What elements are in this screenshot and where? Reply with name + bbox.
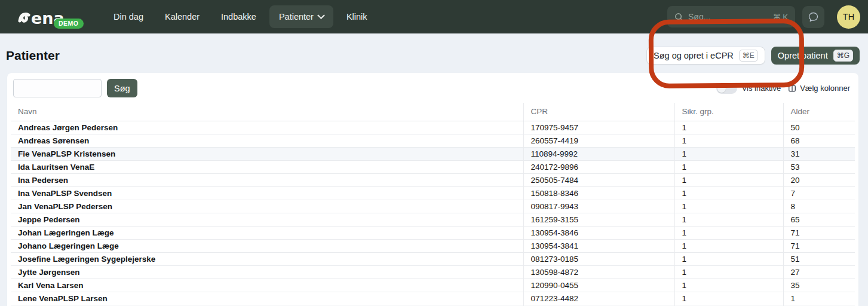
patient-sikr-grp-cell: 1 (674, 161, 783, 174)
filter-search-button[interactable]: Søg (107, 79, 137, 97)
patient-alder-cell: 27 (783, 266, 855, 279)
create-patient-button[interactable]: Opret patient ⌘G (771, 47, 860, 65)
choose-columns-label: Vælg kolonner (800, 84, 850, 93)
nav-item-klinik[interactable]: Klinik (338, 6, 376, 27)
global-search-placeholder: Søg... (688, 12, 710, 22)
patient-sikr-grp-cell: 1 (674, 134, 783, 148)
patient-alder-cell: 1 (783, 292, 855, 305)
patient-name-cell: Andreas Jørgen Pedersen (11, 121, 523, 134)
nav-item-patienter[interactable]: Patienter (269, 5, 333, 28)
patient-alder-cell: 65 (783, 213, 855, 227)
patient-sikr-grp-cell: 1 (674, 253, 783, 266)
patient-name-cell: Josefine Lægeringen Sygeplejerske (11, 253, 523, 266)
nav-item-din-dag[interactable]: Din dag (105, 6, 152, 27)
patient-sikr-grp-cell: 1 (674, 148, 783, 161)
show-inactive-label: Vis inaktive (742, 84, 781, 93)
table-row[interactable]: Fie VenaPLSP Kristensen 110894-9992 1 31 (11, 148, 855, 161)
create-patient-shortcut-badge: ⌘G (833, 50, 853, 62)
nav-item-kalender[interactable]: Kalender (157, 6, 208, 27)
table-row[interactable]: Jytte Jørgensen 130598-4872 1 27 (11, 266, 855, 279)
table-row[interactable]: Josefine Lægeringen Sygeplejerske 081273… (11, 253, 855, 266)
navbar-right: Søg... ⌘ K TH (667, 5, 860, 29)
table-row[interactable]: Andreas Jørgen Pedersen 170975-9457 1 50 (11, 121, 855, 134)
patient-sikr-grp-cell: 1 (674, 187, 783, 200)
toggle-knob (717, 84, 726, 93)
user-avatar[interactable]: TH (837, 5, 860, 29)
chevron-down-icon (317, 11, 325, 19)
columns-icon (788, 84, 796, 93)
patient-name-cell: Jeppe Pedersen (11, 213, 523, 227)
patient-cpr-cell: 150818-8346 (523, 187, 674, 200)
patient-cpr-cell: 110894-9992 (523, 148, 674, 161)
patient-cpr-cell: 170975-9457 (523, 121, 674, 134)
patient-sikr-grp-cell: 1 (674, 121, 783, 134)
global-search-shortcut: ⌘ K (773, 13, 788, 22)
choose-columns-button[interactable]: Vælg kolonner (788, 84, 852, 93)
vena-logo[interactable]: ena DEMO (17, 4, 79, 30)
patient-alder-cell: 68 (783, 134, 855, 148)
patient-alder-cell: 8 (783, 200, 855, 213)
nav-item-indbakke[interactable]: Indbakke (213, 6, 265, 27)
patient-name-cell: Johan Lægeringen Læge (11, 227, 523, 240)
chat-button[interactable] (802, 6, 824, 28)
patient-cpr-cell: 240172-9896 (523, 161, 674, 174)
header-actions: Søg og opret i eCPR ⌘E Opret patient ⌘G (646, 47, 860, 65)
patient-alder-cell: 31 (783, 148, 855, 161)
patient-alder-cell: 20 (783, 174, 855, 187)
table-row[interactable]: Ida Lauritsen VenaE 240172-9896 1 53 (11, 161, 855, 174)
patient-alder-cell: 71 (783, 240, 855, 253)
ecpr-search-create-button[interactable]: Søg og opret i eCPR ⌘E (646, 47, 765, 65)
patient-sikr-grp-cell: 1 (674, 213, 783, 227)
patient-list-card: Søg Vis inaktive Vælg kolonner Navn CPR (7, 73, 858, 306)
table-row[interactable]: Ina Pedersen 250505-7484 1 20 (11, 174, 855, 187)
toolbar-right: Vis inaktive Vælg kolonner (716, 83, 852, 94)
patient-cpr-cell: 130954-3841 (523, 240, 674, 253)
ecpr-shortcut-badge: ⌘E (739, 50, 758, 62)
patient-cpr-cell: 260557-4419 (523, 134, 674, 148)
table-row[interactable]: Lene VenaPLSP Larsen 071223-4482 1 1 (11, 292, 855, 305)
column-header-sikr-grp[interactable]: Sikr. grp. (674, 103, 783, 121)
search-icon (674, 13, 683, 22)
patient-sikr-grp-cell: 1 (674, 279, 783, 292)
patient-name-cell: Fie VenaPLSP Kristensen (11, 148, 523, 161)
top-navbar: ena DEMO Din dag Kalender Indbakke Patie… (0, 0, 868, 33)
patient-name-cell: Ina Pedersen (11, 174, 523, 187)
patient-cpr-cell: 250505-7484 (523, 174, 674, 187)
toggle-track-icon[interactable] (716, 83, 737, 94)
patient-sikr-grp-cell: 1 (674, 227, 783, 240)
list-toolbar: Søg Vis inaktive Vælg kolonner (7, 73, 858, 103)
table-row[interactable]: Johano Lægeringen Læge 130954-3841 1 71 (11, 240, 855, 253)
table-row[interactable]: Ina VenaPLSP Svendsen 150818-8346 1 7 (11, 187, 855, 200)
demo-badge: DEMO (54, 19, 84, 29)
chat-bubble-icon (807, 11, 820, 23)
global-search-input[interactable]: Søg... ⌘ K (667, 6, 795, 27)
column-header-cpr[interactable]: CPR (523, 103, 674, 121)
nav-items: Din dag Kalender Indbakke Patienter Klin… (105, 5, 376, 28)
patient-alder-cell: 35 (783, 279, 855, 292)
patient-filter-input[interactable] (13, 79, 102, 97)
patient-name-cell: Ina VenaPLSP Svendsen (11, 187, 523, 200)
table-row[interactable]: Johan Lægeringen Læge 130954-3846 1 71 (11, 227, 855, 240)
patient-cpr-cell: 161259-3155 (523, 213, 674, 227)
patient-alder-cell: 7 (783, 187, 855, 200)
patient-name-cell: Johano Lægeringen Læge (11, 240, 523, 253)
patient-cpr-cell: 081273-0185 (523, 253, 674, 266)
patient-name-cell: Karl Vena Larsen (11, 279, 523, 292)
table-row[interactable]: Jan VenaPLSP Pedersen 090817-9943 1 8 (11, 200, 855, 213)
patient-cpr-cell: 130598-4872 (523, 266, 674, 279)
table-row[interactable]: Karl Vena Larsen 120990-0455 1 35 (11, 279, 855, 292)
table-header-row: Navn CPR Sikr. grp. Alder (11, 103, 855, 121)
patient-cpr-cell: 120990-0455 (523, 279, 674, 292)
page-header: Patienter Søg og opret i eCPR ⌘E Opret p… (0, 33, 868, 73)
table-row[interactable]: Andreas Sørensen 260557-4419 1 68 (11, 134, 855, 148)
table-row[interactable]: Jeppe Pedersen 161259-3155 1 65 (11, 213, 855, 227)
patient-name-cell: Andreas Sørensen (11, 134, 523, 148)
patient-sikr-grp-cell: 1 (674, 292, 783, 305)
patient-sikr-grp-cell: 1 (674, 240, 783, 253)
column-header-alder[interactable]: Alder (783, 103, 855, 121)
patient-alder-cell: 50 (783, 121, 855, 134)
patient-cpr-cell: 071223-4482 (523, 292, 674, 305)
show-inactive-toggle[interactable]: Vis inaktive (716, 83, 781, 94)
patient-alder-cell: 53 (783, 161, 855, 174)
column-header-navn[interactable]: Navn (11, 103, 523, 121)
